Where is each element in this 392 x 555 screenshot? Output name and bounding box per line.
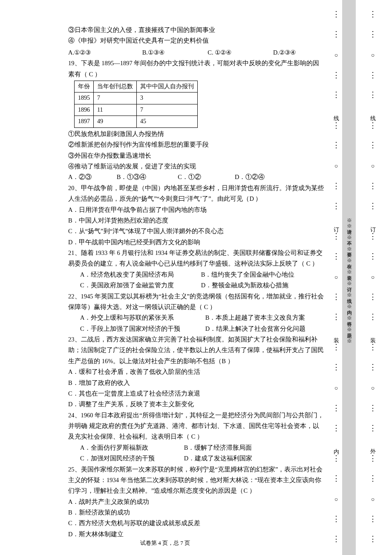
q19-stem: 19、下表是 1895—1897 年间创办的中文报刊统计表，可能对表中反映的变化… bbox=[68, 58, 325, 80]
opt-d: D．整顿金融成为新政核心措施 bbox=[201, 280, 288, 291]
q25: 25、美国作家维尔斯第一次来苏联的时候，称列宁是“克里姆林宫的幻想家”，表示出对… bbox=[68, 464, 325, 540]
binding-gutter: 线 订 装 内 ※※请※※不※※要※※在※※装※※订※※线※※内※※答※※题※※… bbox=[330, 0, 392, 555]
q19: 19、下表是 1895—1897 年间创办的中文报刊统计表，可能对表中反映的变化… bbox=[68, 58, 325, 183]
opt-a: A．战时共产主义政策的成功 bbox=[68, 497, 325, 507]
opt-b: B.①③④ bbox=[142, 47, 206, 58]
opt-c: C．从“扬气”到“洋气”体现了中国人崇洋媚外的不良心态 bbox=[68, 226, 325, 237]
opt-c: C．其也在一定曾度上造成了社会经济活力衰退 bbox=[68, 388, 325, 399]
q21-row2: C．美国政府加强了金融监管力度 D．整顿金融成为新政核心措施 bbox=[68, 280, 325, 291]
opt-b: B．缓解了经济滞胀局面 bbox=[184, 442, 252, 453]
q20: 20、甲午战争前，即使是（中国）内地甚至某些乡村，日用洋货也有所流行。洋货成为某… bbox=[68, 183, 325, 248]
opt-d: D.②③④ bbox=[273, 47, 296, 58]
q23-stem: 23、二战后，西方发达国家确立并完善了社会福利制度。如英国扩大了社会保险和福利补… bbox=[68, 334, 325, 367]
q22-row1: A．外交上缓和与苏联的紧张关系 B．本质上超越了资本主义改良方案 bbox=[68, 312, 325, 323]
opt-c: C．西方经济大危机与苏联的建设成就形成反差 bbox=[68, 518, 325, 529]
table-head: 年份 当年创刊总数 其中中国人自办报刊 bbox=[75, 81, 198, 92]
opt-b: B．①③④ bbox=[117, 172, 176, 182]
opt-a: A．全面仿行罗斯福新政 bbox=[80, 442, 182, 453]
q18-options: A.①②③ B.①③④ C. ①②④ D.②③④ bbox=[68, 47, 325, 58]
q24-row2: C．加强对国民经济的干预 D．建成了发达福利国家 bbox=[68, 453, 325, 464]
table-row: 1896 11 7 bbox=[75, 104, 198, 116]
q23: 23、二战后，西方发达国家确立并完善了社会福利制度。如英国扩大了社会保险和福利补… bbox=[68, 334, 325, 410]
q22-row2: C．手段上加强了国家对经济的干预 D．结果上解决了社会贫富分化问题 bbox=[68, 324, 325, 334]
gutter-gap bbox=[356, 0, 367, 555]
q21: 21、随着 1933 年 6 月银行法和 1934 年证券交易法的制定、美国联邦… bbox=[68, 248, 325, 291]
opt-b: B．增加了政府的收入 bbox=[68, 378, 325, 388]
opt-b: B．本质上超越了资本主义改良方案 bbox=[205, 312, 306, 323]
opt-c: C．手段上加强了国家对经济的干预 bbox=[80, 324, 204, 334]
q19-i4: ④推动了维新运动的发展，促进了变法的实现 bbox=[68, 161, 325, 172]
page-footer: 试卷第 4 页，总 7 页 bbox=[0, 538, 330, 548]
q25-stem: 25、美国作家维尔斯第一次来苏联的时候，称列宁是“克里姆林宫的幻想家”，表示出对… bbox=[68, 464, 325, 497]
opt-d: D．甲午战前中国内地已经受到西方文化的影响 bbox=[68, 237, 325, 248]
gutter-col-left: 线 订 装 内 bbox=[330, 0, 342, 555]
q19-i3: ③外国在华办报数量迅速增长 bbox=[68, 150, 325, 161]
th-chinese: 其中中国人自办报刊 bbox=[137, 81, 198, 92]
q24-row1: A．全面仿行罗斯福新政 B．缓解了经济滞胀局面 bbox=[68, 442, 325, 453]
q24-stem: 24、1960 年日本政府提出“所得倍增计划”，其特征之一是把经济分为民间部门与… bbox=[68, 410, 325, 442]
opt-d: D．建成了发达福利国家 bbox=[184, 453, 252, 464]
q20-stem: 20、甲午战争前，即使是（中国）内地甚至某些乡村，日用洋货也有所流行。洋货成为某… bbox=[68, 183, 325, 205]
opt-b: B．纽约丧失了全国金融中心地位 bbox=[201, 269, 295, 280]
opt-c: C．加强对国民经济的干预 bbox=[80, 453, 182, 464]
th-year: 年份 bbox=[75, 81, 94, 92]
gutter-col-right: 线 订 装 外 bbox=[367, 0, 379, 555]
item-4: ④《申报》对研究中国近代史具有一定的史料价值 bbox=[68, 35, 325, 46]
table-row: 1897 49 45 bbox=[75, 116, 198, 128]
gutter-warning: ※※请※※不※※要※※在※※装※※订※※线※※内※※答※※题※※ bbox=[345, 214, 354, 341]
opt-a: A．经济危机改变了美国经济布局 bbox=[80, 269, 199, 280]
opt-c: C．①② bbox=[178, 172, 233, 182]
q22-stem: 22、1945 年英国工党以其标榜为“社会主义”的竞选纲领（包括国有化，增加就业… bbox=[68, 291, 325, 313]
q21-stem: 21、随着 1933 年 6 月银行法和 1934 年证券交易法的制定、美国联邦… bbox=[68, 248, 325, 269]
q19-i2: ②维新派把创办报刊作为宣传维新思想的重要手段 bbox=[68, 139, 325, 150]
continued-items: ③日本帝国主义的入侵，直接摧残了中国的新闻事业 ④《申报》对研究中国近代史具有一… bbox=[68, 25, 325, 46]
opt-d: D．调整了生产关系，反映了资本主义新变化 bbox=[68, 399, 325, 410]
q19-table: 年份 当年创刊总数 其中中国人自办报刊 1895 7 3 1896 11 7 1… bbox=[74, 81, 198, 128]
q19-options: A．②③ B．①③④ C．①② D．①②④ bbox=[68, 172, 325, 182]
opt-a: A．②③ bbox=[68, 172, 115, 182]
opt-a: A．缓和了社会矛盾，改善了低收入阶层的生活 bbox=[68, 367, 325, 377]
gutter-col-shade: ※※请※※不※※要※※在※※装※※订※※线※※内※※答※※题※※ bbox=[342, 0, 356, 555]
opt-d: D．结果上解决了社会贫富分化问题 bbox=[205, 324, 306, 334]
opt-d: D．①②④ bbox=[235, 172, 265, 182]
q22: 22、1945 年英国工党以其标榜为“社会主义”的竞选纲领（包括国有化，增加就业… bbox=[68, 291, 325, 335]
item-3: ③日本帝国主义的入侵，直接摧残了中国的新闻事业 bbox=[68, 25, 325, 35]
opt-c: C．美国政府加强了金融监管力度 bbox=[80, 280, 199, 291]
q19-i1: ①民族危机加剧刺激国人办报热情 bbox=[68, 129, 325, 139]
opt-b: B．中国人对洋货抱热烈欢迎的态度 bbox=[68, 215, 325, 226]
opt-a: A.①②③ bbox=[68, 47, 141, 58]
exam-page: ③日本帝国主义的入侵，直接摧残了中国的新闻事业 ④《申报》对研究中国近代史具有一… bbox=[0, 0, 330, 555]
opt-b: B．新经济政策的成功 bbox=[68, 507, 325, 518]
opt-a: A．日用洋货在甲午战争前占据了中国内地的市场 bbox=[68, 205, 325, 215]
opt-a: A．外交上缓和与苏联的紧张关系 bbox=[80, 312, 204, 323]
opt-c: C. ①②④ bbox=[208, 47, 271, 58]
q24: 24、1960 年日本政府提出“所得倍增计划”，其特征之一是把经济分为民间部门与… bbox=[68, 410, 325, 464]
table-row: 1895 7 3 bbox=[75, 92, 198, 104]
th-total: 当年创刊总数 bbox=[94, 81, 137, 92]
q21-row1: A．经济危机改变了美国经济布局 B．纽约丧失了全国金融中心地位 bbox=[68, 269, 325, 280]
